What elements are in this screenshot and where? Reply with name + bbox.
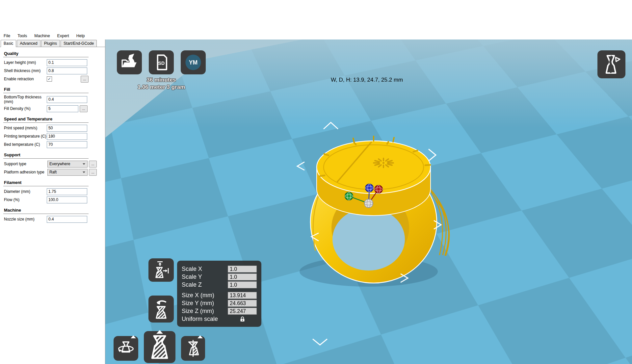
size-z-input[interactable] xyxy=(228,308,257,315)
setting-row: Platform adhesion type Raft ... xyxy=(3,169,89,176)
section-title-quality: Quality xyxy=(3,48,89,57)
scale-handle-y[interactable] xyxy=(345,192,353,200)
scale-y-input[interactable] xyxy=(228,273,257,280)
fill-density-input[interactable] xyxy=(47,105,78,112)
svg-text:YM: YM xyxy=(189,59,198,66)
menu-tools[interactable]: Tools xyxy=(16,33,28,39)
support-type-select[interactable]: Everywhere xyxy=(47,161,88,168)
settings-sidebar: Basic Advanced Plugins Start/End-GCode Q… xyxy=(0,39,105,364)
print-speed-label: Print speed (mm/s) xyxy=(3,126,47,130)
rotate-tool-icon xyxy=(116,338,136,358)
reset-scale-button[interactable] xyxy=(148,296,174,323)
nozzle-size-input[interactable] xyxy=(47,216,87,223)
rotate-tool-button[interactable] xyxy=(114,336,138,361)
share-youmagine-button[interactable]: YM xyxy=(181,50,206,74)
section-title-speed-temperature: Speed and Temperature xyxy=(3,113,89,123)
uniform-scale-lock-toggle[interactable] xyxy=(228,316,257,323)
scale-handle-x[interactable] xyxy=(375,185,382,193)
scale-panel: Scale X Scale Y Scale Z Size X (mm) Size… xyxy=(177,261,261,327)
tab-advanced[interactable]: Advanced xyxy=(17,40,40,47)
menu-file[interactable]: File xyxy=(3,33,11,39)
chevron-down-icon xyxy=(83,163,85,165)
platform-adhesion-select[interactable]: Raft xyxy=(47,169,88,176)
scale-z-label: Scale Z xyxy=(182,281,228,288)
svg-text:SD: SD xyxy=(158,61,165,66)
menu-help[interactable]: Help xyxy=(75,33,86,39)
view-mode-button[interactable] xyxy=(597,50,625,78)
size-y-input[interactable] xyxy=(228,300,257,307)
youmagine-icon: YM xyxy=(183,53,203,72)
model-dimensions-label: W, D, H: 13.9, 24.7, 25.2 mm xyxy=(331,77,403,83)
shell-thickness-input[interactable] xyxy=(47,67,87,74)
size-x-label: Size X (mm) xyxy=(182,292,228,299)
setting-row: Nozzle size (mm) xyxy=(3,216,89,223)
setting-row: Diameter (mm) xyxy=(3,188,89,195)
bottom-top-thickness-label: Bottom/Top thickness (mm) xyxy=(3,95,47,104)
setting-row: Layer height (mm) xyxy=(3,59,89,66)
print-stats: 36 minutes 1.06 meter 3 gram xyxy=(122,76,201,91)
scale-to-max-icon xyxy=(151,261,171,279)
diameter-label: Diameter (mm) xyxy=(3,189,47,194)
setting-row: Fill Density (%) ... xyxy=(3,105,89,112)
setting-row: Flow (%) xyxy=(3,196,89,203)
lock-icon xyxy=(239,316,246,323)
printing-temperature-label: Printing temperature (C) xyxy=(3,134,47,139)
settings-tabs: Basic Advanced Plugins Start/End-GCode xyxy=(0,39,105,47)
chevron-down-icon xyxy=(83,171,85,173)
sd-card-icon: SD xyxy=(151,53,171,72)
bottom-top-thickness-input[interactable] xyxy=(47,96,87,103)
scale-y-label: Scale Y xyxy=(182,273,228,280)
diameter-input[interactable] xyxy=(47,188,87,195)
viewport-3d[interactable]: SD YM 36 minutes 1.06 meter 3 gram W, D,… xyxy=(105,39,632,364)
tab-plugins[interactable]: Plugins xyxy=(41,40,60,47)
nozzle-size-label: Nozzle size (mm) xyxy=(3,217,47,221)
scale-x-input[interactable] xyxy=(228,266,257,273)
bed-temperature-label: Bed temperature (C) xyxy=(3,142,47,147)
retraction-more-button[interactable]: ... xyxy=(81,76,89,83)
load-model-icon xyxy=(119,53,140,72)
layer-height-input[interactable] xyxy=(47,59,87,66)
menu-bar: File Tools Machine Expert Help xyxy=(0,0,632,39)
flow-input[interactable] xyxy=(47,196,87,203)
setting-row: Shell thickness (mm) xyxy=(3,67,89,74)
size-z-label: Size Z (mm) xyxy=(182,308,228,315)
load-model-button[interactable] xyxy=(117,50,142,74)
printing-temperature-input[interactable] xyxy=(47,133,87,140)
reset-scale-icon xyxy=(151,298,171,320)
section-title-support: Support xyxy=(3,149,89,159)
enable-retraction-checkbox[interactable]: ✓ xyxy=(47,76,52,82)
size-x-input[interactable] xyxy=(228,292,257,299)
print-material: 1.06 meter 3 gram xyxy=(122,84,201,91)
model-ring[interactable] xyxy=(310,136,449,283)
platform-adhesion-more-button[interactable]: ... xyxy=(89,169,97,176)
support-type-value: Everywhere xyxy=(49,162,70,166)
mirror-tool-icon xyxy=(183,338,203,358)
fill-density-more-button[interactable]: ... xyxy=(80,105,88,112)
scale-handle-z[interactable] xyxy=(365,184,373,192)
section-title-fill: Fill xyxy=(3,84,89,93)
save-toolpath-sd-button[interactable]: SD xyxy=(149,50,174,74)
bed-temperature-input[interactable] xyxy=(47,141,87,148)
setting-row: Bed temperature (C) xyxy=(3,141,89,148)
enable-retraction-label: Enable retraction xyxy=(3,77,47,81)
setting-row: Bottom/Top thickness (mm) xyxy=(3,95,89,104)
scale-z-input[interactable] xyxy=(228,281,257,288)
view-mode-icon xyxy=(600,53,623,76)
tab-start-end-gcode[interactable]: Start/End-GCode xyxy=(61,40,97,47)
fill-density-label: Fill Density (%) xyxy=(3,106,47,111)
scale-handle-center[interactable] xyxy=(364,199,373,208)
mirror-tool-button[interactable] xyxy=(181,336,205,361)
scale-to-max-button[interactable] xyxy=(148,258,174,282)
setting-row: Support type Everywhere ... xyxy=(3,160,89,168)
scale-tool-button[interactable] xyxy=(144,331,175,363)
support-type-label: Support type xyxy=(3,162,47,166)
setting-row: Enable retraction ✓ ... xyxy=(3,75,89,83)
flow-label: Flow (%) xyxy=(3,197,47,202)
section-title-filament: Filament xyxy=(3,177,89,186)
menu-expert[interactable]: Expert xyxy=(56,33,70,39)
menu-machine[interactable]: Machine xyxy=(33,33,51,39)
tab-basic[interactable]: Basic xyxy=(1,40,16,47)
scale-x-label: Scale X xyxy=(182,266,228,273)
print-speed-input[interactable] xyxy=(47,125,87,132)
support-type-more-button[interactable]: ... xyxy=(89,161,97,168)
